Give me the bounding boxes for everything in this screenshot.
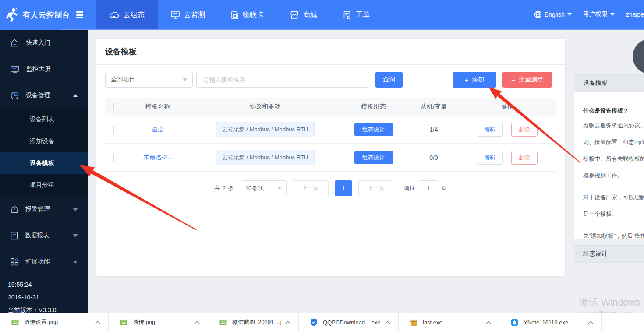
download-item[interactable]: inst.exe bbox=[399, 313, 499, 331]
sidebar-item-label: 设备管理 bbox=[26, 92, 50, 99]
col-template-config: 模板组态 bbox=[337, 103, 410, 111]
chevron-up-icon[interactable] bbox=[285, 321, 290, 324]
row-checkbox[interactable] bbox=[113, 154, 114, 162]
monitor-chart-icon bbox=[171, 11, 180, 19]
chevron-up-icon[interactable] bbox=[385, 321, 390, 324]
package-exe-icon bbox=[410, 319, 418, 326]
downloads-bar: 透传设置.png 透传.png 微信截图_20191....png QQPCDo… bbox=[0, 313, 644, 331]
sidebar-item-monitor-screen[interactable]: 监控大屏 bbox=[0, 56, 88, 82]
clock-date: 2019-10-31 bbox=[8, 291, 88, 304]
brand-area: 有人云控制台 bbox=[0, 0, 88, 30]
tab-label: 商城 bbox=[303, 11, 317, 20]
edit-button[interactable]: 编辑 bbox=[477, 151, 503, 165]
download-item[interactable]: YNote116110.exe bbox=[499, 313, 602, 331]
template-name-link[interactable]: 温度 bbox=[152, 126, 164, 133]
tab-work-order[interactable]: 工单 bbox=[330, 0, 383, 30]
clock-time: 19:55:24 bbox=[8, 278, 88, 291]
sidebar: 快速入门 监控大屏 设备管理 设备列表 添加设备 设备模板 项目分组 bbox=[0, 30, 88, 313]
col-slave-variable: 从机/变量 bbox=[410, 103, 458, 111]
storefront-icon bbox=[290, 11, 299, 19]
chevron-down-icon bbox=[610, 13, 615, 16]
goto-label: 前往 bbox=[404, 184, 415, 192]
chevron-down-icon bbox=[73, 208, 78, 211]
sidebar-item-alarm-management[interactable]: 报警管理 bbox=[0, 196, 88, 222]
tab-label: 工单 bbox=[356, 11, 370, 20]
sidebar-item-device-list[interactable]: 设备列表 bbox=[0, 109, 88, 130]
chevron-up-icon[interactable] bbox=[95, 321, 100, 324]
select-all-checkbox[interactable] bbox=[113, 103, 114, 111]
chevron-up-icon[interactable] bbox=[588, 321, 593, 324]
config-design-button[interactable]: 组态设计 bbox=[354, 151, 393, 164]
sidebar-item-extensions[interactable]: 扩展功能 bbox=[0, 249, 88, 275]
chevron-up-icon[interactable] bbox=[195, 321, 200, 324]
config-design-button[interactable]: 组态设计 bbox=[354, 123, 393, 136]
goto-page-input[interactable] bbox=[419, 180, 438, 196]
page-title: 设备模板 bbox=[96, 39, 565, 57]
home-icon bbox=[11, 39, 19, 47]
table-row: 未命名-2... 云端采集 / Modbus / Modbus RTU 组态设计… bbox=[105, 144, 556, 172]
chevron-up-icon[interactable] bbox=[486, 321, 491, 324]
png-file-icon bbox=[219, 319, 227, 326]
search-button[interactable]: 查询 bbox=[375, 72, 403, 88]
template-name-link[interactable]: 未命名-2... bbox=[143, 154, 172, 161]
help-text-line: 新版云服务将通讯协议、数 bbox=[583, 117, 644, 134]
device-management-submenu: 设备列表 添加设备 设备模板 项目分组 bbox=[0, 109, 88, 196]
pagination: 共 2 条 10条/页 上一页 1 下一页 前往 页 bbox=[96, 180, 565, 196]
sidebar-item-add-device[interactable]: 添加设备 bbox=[0, 130, 88, 152]
tab-label: 云组态 bbox=[124, 11, 145, 20]
plus-icon: + bbox=[465, 77, 469, 83]
png-file-icon bbox=[120, 319, 127, 326]
prev-page-button[interactable]: 上一页 bbox=[293, 180, 329, 196]
username[interactable]: zhaipe bbox=[626, 11, 644, 18]
add-button[interactable]: + 添加 bbox=[453, 72, 496, 88]
tab-label: 云监测 bbox=[184, 11, 205, 20]
sidebar-item-data-report[interactable]: 数据报表 bbox=[0, 222, 88, 249]
tab-cloud-monitor[interactable]: 云监测 bbox=[158, 0, 218, 30]
help-panel-config-section[interactable]: 组态设计 bbox=[574, 245, 644, 263]
sidebar-item-project-group[interactable]: 项目分组 bbox=[0, 174, 88, 196]
download-item[interactable]: 微信截图_20191....png bbox=[208, 313, 299, 331]
floating-help-button[interactable] bbox=[633, 39, 644, 74]
user-permission-dropdown[interactable]: 用户权限 bbox=[583, 11, 615, 18]
help-panel-body: 什么是设备模板？ 新版云服务将通讯协议、数 则、报警配置、组态画面设 模板中。所… bbox=[574, 92, 644, 240]
table-row: 温度 云端采集 / Modbus / Modbus RTU 组态设计 1/4 编… bbox=[105, 116, 556, 144]
delete-button[interactable]: 删除 bbox=[511, 151, 538, 165]
sidebar-item-device-template[interactable]: 设备模板 bbox=[0, 152, 88, 174]
goto-unit: 页 bbox=[442, 184, 447, 192]
delete-button[interactable]: 删除 bbox=[511, 123, 538, 137]
chevron-down-icon bbox=[183, 78, 187, 81]
page-size-select[interactable]: 10条/页 bbox=[241, 180, 287, 196]
language-label: English bbox=[545, 11, 565, 18]
topbar-right: English 用户权限 zhaipe bbox=[526, 0, 644, 29]
table-header-row: 模板名称 协议和驱动 模板组态 从机/变量 操作 bbox=[105, 98, 556, 116]
sidebar-item-device-management[interactable]: 设备管理 bbox=[0, 82, 88, 109]
topbar: 有人云控制台 云组态 云监测 bbox=[0, 0, 644, 30]
project-select[interactable]: 全部项目 bbox=[105, 72, 193, 88]
divider bbox=[96, 64, 565, 65]
next-page-button[interactable]: 下一页 bbox=[358, 180, 394, 196]
page-number-1[interactable]: 1 bbox=[335, 180, 352, 196]
shield-exe-icon bbox=[310, 318, 318, 326]
language-dropdown[interactable]: English bbox=[534, 11, 572, 18]
help-text-line: 模板规则工作。 bbox=[583, 167, 644, 184]
sidebar-item-quick-start[interactable]: 快速入门 bbox=[0, 30, 88, 56]
slave-variable-count: 1/4 bbox=[410, 126, 458, 133]
project-select-value: 全部项目 bbox=[111, 76, 135, 84]
row-checkbox[interactable] bbox=[113, 126, 114, 134]
brand-title: 有人云控制台 bbox=[23, 10, 70, 20]
download-item[interactable]: 透传.png bbox=[109, 313, 208, 331]
tab-mall[interactable]: 商城 bbox=[277, 0, 330, 30]
template-table: 模板名称 协议和驱动 模板组态 从机/变量 操作 温度 云端采集 / Modbu… bbox=[105, 98, 556, 172]
download-item[interactable]: QQPCDownload....exe bbox=[299, 313, 399, 331]
chevron-down-icon bbox=[73, 261, 78, 264]
batch-delete-button[interactable]: − 批量删除 bbox=[502, 72, 552, 88]
tab-iot-card[interactable]: 物联卡 bbox=[218, 0, 277, 30]
template-name-search-input[interactable] bbox=[196, 72, 369, 88]
hamburger-menu-icon[interactable] bbox=[76, 11, 83, 18]
chevron-down-icon bbox=[567, 13, 572, 16]
tab-cloud-scada[interactable]: 云组态 bbox=[96, 0, 158, 30]
help-text-line: 是一个模板。 bbox=[583, 206, 644, 222]
download-item[interactable]: 透传设置.png bbox=[0, 313, 109, 331]
chevron-down-icon bbox=[73, 234, 78, 237]
edit-button[interactable]: 编辑 bbox=[477, 123, 503, 137]
